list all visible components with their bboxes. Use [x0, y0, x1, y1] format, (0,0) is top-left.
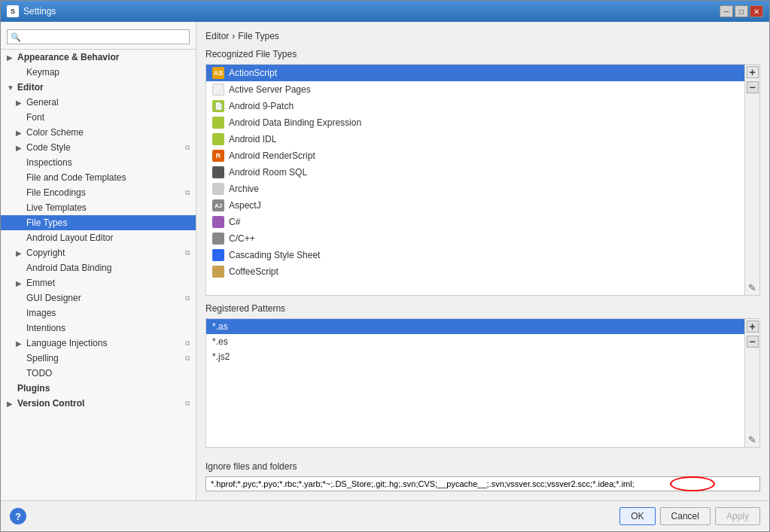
sidebar-item-intentions[interactable]: ▶ Intentions: [1, 321, 196, 336]
bottom-bar: ? OK Cancel Apply: [1, 500, 769, 531]
list-item[interactable]: C/C++: [206, 230, 744, 247]
app-icon: S: [7, 5, 19, 17]
page-icon: ⧉: [185, 249, 190, 257]
maximize-button[interactable]: □: [735, 5, 748, 17]
sidebar-item-label: Code Style: [26, 142, 71, 153]
list-item[interactable]: *.es: [206, 334, 744, 349]
pattern-label: *.es: [212, 336, 228, 347]
sidebar-item-language-injections[interactable]: ▶ Language Injections ⧉: [1, 336, 196, 351]
recognized-file-types-label: Recognized File Types: [205, 49, 760, 59]
list-item[interactable]: R Android RenderScript: [206, 147, 744, 164]
sidebar-item-spelling[interactable]: ▶ Spelling ⧉: [1, 351, 196, 366]
sidebar-item-inspections[interactable]: ▶ Inspections: [1, 155, 196, 170]
sidebar-item-label: Spelling: [26, 353, 59, 363]
page-icon: ⧉: [185, 339, 190, 348]
cancel-button[interactable]: Cancel: [660, 507, 711, 525]
list-item-label: Cascading Style Sheet: [229, 250, 320, 260]
search-wrap[interactable]: 🔍: [7, 29, 190, 44]
sidebar-item-plugins[interactable]: ▶ Plugins: [1, 381, 196, 396]
list-item[interactable]: AS ActionScript: [206, 65, 744, 81]
sidebar-item-label: Color Scheme: [26, 127, 84, 138]
sidebar-item-code-style[interactable]: ▶ Code Style ⧉: [1, 140, 196, 155]
sidebar-item-label: TODO: [26, 368, 52, 378]
list-item[interactable]: Android Room SQL: [206, 164, 744, 181]
edit-file-type-button[interactable]: ✎: [748, 282, 756, 293]
help-button[interactable]: ?: [10, 508, 26, 524]
sidebar-item-label: Plugins: [17, 383, 50, 394]
search-icon: 🔍: [11, 32, 21, 42]
remove-pattern-button[interactable]: −: [747, 336, 759, 348]
breadcrumb-separator: ›: [232, 31, 235, 41]
list-item-label: AspectJ: [229, 200, 261, 211]
search-input[interactable]: [24, 32, 186, 42]
patterns-list-content: *.as *.es *.js2: [206, 319, 744, 448]
file-type-icon: AS: [212, 67, 224, 79]
sidebar-item-keymap[interactable]: ▶ Keymap: [1, 65, 196, 80]
list-item[interactable]: CoffeeScript: [206, 263, 744, 280]
ok-button[interactable]: OK: [619, 507, 655, 525]
file-type-icon: [212, 216, 224, 228]
list-item-label: Android IDL: [229, 134, 276, 144]
list-item[interactable]: C#: [206, 214, 744, 230]
file-type-icon: [212, 233, 224, 245]
file-type-icon: [212, 133, 224, 145]
sidebar-item-font[interactable]: ▶ Font: [1, 110, 196, 125]
sidebar-item-file-encodings[interactable]: ▶ File Encodings ⧉: [1, 185, 196, 200]
expand-arrow: ▶: [7, 400, 14, 408]
ignore-input[interactable]: [205, 476, 760, 491]
edit-icon: ✎: [748, 282, 756, 293]
sidebar-item-android-layout-editor[interactable]: ▶ Android Layout Editor: [1, 230, 196, 245]
list-item[interactable]: Cascading Style Sheet: [206, 247, 744, 263]
add-pattern-button[interactable]: +: [747, 321, 759, 333]
sidebar-item-general[interactable]: ▶ General: [1, 95, 196, 110]
list-item[interactable]: Active Server Pages: [206, 81, 744, 98]
sidebar-item-label: GUI Designer: [26, 293, 81, 303]
sidebar-item-label: Language Injections: [26, 338, 107, 348]
sidebar-item-file-types[interactable]: ▶ File Types: [1, 215, 196, 230]
ignore-section: Ignore files and folders: [205, 461, 760, 491]
apply-button[interactable]: Apply: [715, 507, 760, 525]
sidebar-item-todo[interactable]: ▶ TODO: [1, 366, 196, 381]
sidebar-item-emmet[interactable]: ▶ Emmet: [1, 275, 196, 290]
sidebar-item-live-templates[interactable]: ▶ Live Templates: [1, 200, 196, 215]
sidebar-item-label: Version Control: [17, 398, 84, 409]
expand-arrow: ▶: [16, 279, 23, 287]
sidebar-item-version-control[interactable]: ▶ Version Control ⧉: [1, 396, 196, 411]
edit-pattern-button[interactable]: ✎: [748, 434, 756, 445]
sidebar-item-images[interactable]: ▶ Images: [1, 306, 196, 321]
list-item[interactable]: Archive: [206, 181, 744, 197]
sidebar-item-color-scheme[interactable]: ▶ Color Scheme: [1, 125, 196, 140]
list-item[interactable]: Android Data Binding Expression: [206, 114, 744, 131]
sidebar-item-copyright[interactable]: ▶ Copyright ⧉: [1, 245, 196, 260]
add-file-type-button[interactable]: +: [747, 66, 759, 78]
list-item[interactable]: 📄 Android 9-Patch: [206, 98, 744, 114]
page-icon: ⧉: [185, 354, 190, 363]
file-type-icon: [212, 166, 224, 178]
file-type-icon: [212, 84, 224, 96]
file-type-icon: AJ: [212, 199, 224, 211]
remove-file-type-button[interactable]: −: [747, 81, 759, 93]
list-item[interactable]: *.as: [206, 319, 744, 334]
file-type-icon: [212, 117, 224, 129]
expand-arrow: ▶: [16, 249, 23, 257]
sidebar-item-label: Android Layout Editor: [26, 233, 113, 243]
list-item[interactable]: *.js2: [206, 349, 744, 364]
close-button[interactable]: ✕: [750, 5, 763, 17]
sidebar-item-editor[interactable]: ▼ Editor: [1, 80, 196, 95]
sidebar-item-appearance[interactable]: ▶ Appearance & Behavior: [1, 50, 196, 65]
ignore-input-wrap: [205, 476, 760, 491]
edit-icon: ✎: [748, 434, 756, 445]
sidebar-item-android-data-binding[interactable]: ▶ Android Data Binding: [1, 260, 196, 275]
sidebar-item-label: Font: [26, 112, 44, 123]
registered-patterns-list: *.as *.es *.js2 + − ✎: [205, 318, 760, 448]
sidebar-item-gui-designer[interactable]: ▶ GUI Designer ⧉: [1, 290, 196, 306]
expand-arrow: ▼: [7, 84, 14, 92]
minimize-button[interactable]: ─: [720, 5, 733, 17]
list-item[interactable]: AJ AspectJ: [206, 197, 744, 214]
list-item[interactable]: Android IDL: [206, 131, 744, 147]
breadcrumb: Editor › File Types: [205, 31, 760, 41]
sidebar-item-file-code-templates[interactable]: ▶ File and Code Templates: [1, 170, 196, 185]
right-panel: Editor › File Types Recognized File Type…: [196, 22, 769, 500]
list-item-label: Android 9-Patch: [229, 101, 294, 111]
list-item-label: Android Room SQL: [229, 167, 307, 178]
